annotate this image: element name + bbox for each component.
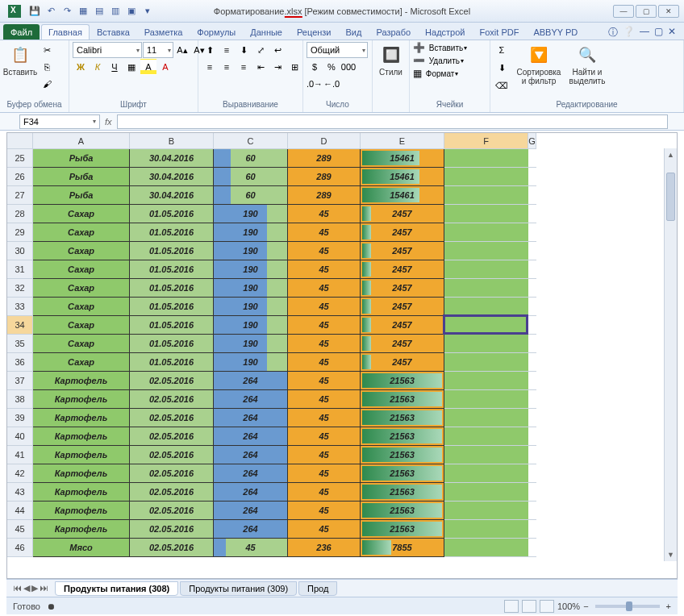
align-bottom-icon[interactable]: ⬇ (236, 42, 252, 58)
sheet-tab-active[interactable]: Продукты питания (308) (55, 581, 178, 596)
cell[interactable]: 02.05.2016 (130, 446, 214, 464)
cell[interactable]: Рыба (33, 168, 130, 186)
minimize-button[interactable]: — (613, 5, 634, 18)
cut-icon[interactable]: ✂ (39, 42, 55, 58)
cell[interactable] (444, 520, 528, 539)
number-format-combo[interactable]: Общий (307, 42, 368, 58)
normal-view-icon[interactable] (504, 600, 519, 613)
cell[interactable]: 264 (214, 409, 288, 427)
cell[interactable]: 264 (214, 464, 288, 483)
cell[interactable]: 15461 (361, 186, 444, 205)
cell[interactable]: Картофель (33, 520, 130, 539)
row-header[interactable]: 40 (7, 427, 33, 446)
row-header[interactable]: 25 (7, 149, 33, 168)
cell[interactable]: 45 (288, 205, 361, 223)
cell[interactable]: 45 (288, 446, 361, 464)
cell[interactable]: Картофель (33, 390, 130, 409)
cell[interactable]: Сахар (33, 260, 130, 279)
vertical-scrollbar[interactable]: ▲ ▼ (664, 148, 677, 561)
row-header[interactable]: 36 (7, 353, 33, 372)
find-select-button[interactable]: 🔍 Найти и выделить (565, 42, 610, 87)
col-header-B[interactable]: B (130, 133, 214, 149)
align-center-icon[interactable]: ≡ (219, 59, 235, 75)
scroll-up-icon[interactable]: ▲ (665, 148, 677, 161)
cell[interactable]: 2457 (361, 205, 444, 223)
cell[interactable]: 190 (214, 260, 288, 279)
macro-record-icon[interactable]: ⏺ (47, 601, 56, 611)
cell[interactable]: 01.05.2016 (130, 279, 214, 298)
cell[interactable]: 02.05.2016 (130, 409, 214, 427)
sheet-nav-last-icon[interactable]: ⏭ (40, 583, 48, 593)
cell[interactable]: Рыба (33, 186, 130, 205)
cell[interactable] (528, 372, 536, 390)
cell[interactable] (528, 427, 536, 446)
align-top-icon[interactable]: ⬆ (202, 42, 218, 58)
cell[interactable] (528, 520, 536, 539)
qat-btn[interactable]: ▦ (76, 4, 90, 19)
cell[interactable] (528, 298, 536, 316)
cell[interactable]: 45 (288, 372, 361, 390)
tab-abbyy pd[interactable]: ABBYY PD (526, 24, 585, 40)
row-header[interactable]: 37 (7, 372, 33, 390)
wrap-text-icon[interactable]: ↩ (269, 42, 286, 58)
row-header[interactable]: 39 (7, 409, 33, 427)
worksheet-grid[interactable]: ABCDEFG25Рыба30.04.2016602891546126Рыба3… (6, 132, 678, 579)
cell[interactable]: 264 (214, 372, 288, 390)
cell[interactable]: 02.05.2016 (130, 502, 214, 520)
cell[interactable]: 02.05.2016 (130, 483, 214, 502)
cell[interactable]: Сахар (33, 223, 130, 242)
cell[interactable] (528, 168, 536, 186)
cell[interactable] (528, 335, 536, 353)
cell[interactable]: Мясо (33, 539, 130, 557)
cell[interactable]: 30.04.2016 (130, 149, 214, 168)
font-size-combo[interactable]: 11 (143, 42, 173, 58)
undo-icon[interactable]: ↶ (44, 4, 58, 19)
cell[interactable]: 30.04.2016 (130, 186, 214, 205)
cell[interactable]: 2457 (361, 335, 444, 353)
row-header[interactable]: 43 (7, 483, 33, 502)
delete-cells-button[interactable]: ➖ Удалить▾ (413, 55, 464, 66)
col-header-E[interactable]: E (361, 133, 444, 149)
cell[interactable]: 21563 (361, 446, 444, 464)
cell[interactable]: 45 (288, 409, 361, 427)
cell[interactable] (528, 539, 536, 557)
cell[interactable]: 190 (214, 205, 288, 223)
cell[interactable]: 60 (214, 149, 288, 168)
cell[interactable]: 60 (214, 186, 288, 205)
cell[interactable]: 01.05.2016 (130, 298, 214, 316)
zoom-level[interactable]: 100% (557, 601, 580, 611)
cell[interactable] (528, 316, 536, 335)
formula-input[interactable] (117, 114, 668, 129)
cell[interactable] (528, 502, 536, 520)
clear-icon[interactable]: ⌫ (494, 77, 510, 94)
cell[interactable]: 264 (214, 520, 288, 539)
cell[interactable] (444, 539, 528, 557)
cell[interactable] (528, 409, 536, 427)
name-box[interactable]: F34 (19, 114, 100, 129)
cell[interactable]: 2457 (361, 223, 444, 242)
cell[interactable] (444, 372, 528, 390)
cell[interactable] (444, 353, 528, 372)
cell[interactable]: 2457 (361, 242, 444, 260)
cell[interactable] (444, 298, 528, 316)
cell[interactable]: Картофель (33, 446, 130, 464)
cell[interactable] (444, 186, 528, 205)
cell[interactable]: 264 (214, 483, 288, 502)
dec-decimal-icon[interactable]: ←.0 (323, 76, 340, 92)
select-all-corner[interactable] (7, 133, 33, 149)
save-icon[interactable]: 💾 (27, 4, 42, 19)
row-header[interactable]: 38 (7, 390, 33, 409)
cell[interactable]: 45 (288, 316, 361, 335)
cell[interactable]: 2457 (361, 353, 444, 372)
cell[interactable]: 2457 (361, 298, 444, 316)
cell[interactable]: 45 (288, 390, 361, 409)
row-header[interactable]: 28 (7, 205, 33, 223)
cell[interactable]: 02.05.2016 (130, 539, 214, 557)
cell[interactable] (528, 483, 536, 502)
cell[interactable] (444, 168, 528, 186)
tab-file[interactable]: Файл (3, 24, 40, 40)
scroll-thumb[interactable] (666, 173, 675, 221)
cell[interactable]: 190 (214, 316, 288, 335)
cell[interactable] (528, 186, 536, 205)
grow-font-icon[interactable]: A▴ (174, 42, 190, 58)
